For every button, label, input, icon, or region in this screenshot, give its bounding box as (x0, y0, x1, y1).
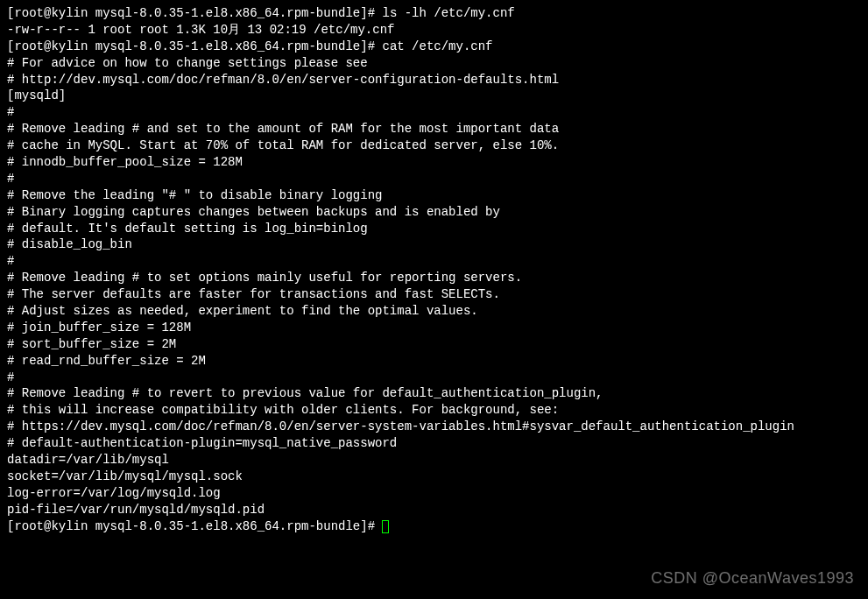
file-line: [mysqld] (7, 88, 861, 104)
file-line: # For advice on how to change settings p… (7, 55, 861, 72)
prompt-line-3[interactable]: [root@kylin mysql-8.0.35-1.el8.x86_64.rp… (7, 518, 861, 535)
prompt-line-2: [root@kylin mysql-8.0.35-1.el8.x86_64.rp… (7, 39, 861, 55)
file-line: # disable_log_bin (7, 236, 861, 253)
terminal-output[interactable]: [root@kylin mysql-8.0.35-1.el8.x86_64.rp… (7, 5, 861, 535)
file-line: # (7, 104, 861, 121)
file-line: pid-file=/var/run/mysqld/mysqld.pid (7, 502, 861, 518)
file-line: # Remove leading # to set options mainly… (7, 270, 861, 286)
file-line: # Adjust sizes as needed, experiment to … (7, 303, 861, 320)
command-ls: ls -lh /etc/my.cnf (382, 6, 514, 20)
file-line: log-error=/var/log/mysqld.log (7, 485, 861, 502)
file-line: # this will increase compatibility with … (7, 402, 861, 419)
file-line: # (7, 171, 861, 187)
file-line: # join_buffer_size = 128M (7, 320, 861, 336)
command-cat: cat /etc/my.cnf (382, 39, 492, 53)
shell-prompt: [root@kylin mysql-8.0.35-1.el8.x86_64.rp… (7, 6, 382, 20)
file-line: # default. It's default setting is log_b… (7, 221, 861, 237)
file-line: # (7, 370, 861, 386)
file-line: # Remove leading # and set to the amount… (7, 121, 861, 137)
file-line: # http://dev.mysql.com/doc/refman/8.0/en… (7, 72, 861, 88)
file-line: # default-authentication-plugin=mysql_na… (7, 435, 861, 452)
prompt-line-1: [root@kylin mysql-8.0.35-1.el8.x86_64.rp… (7, 5, 861, 22)
terminal-cursor (382, 520, 389, 533)
file-line: # sort_buffer_size = 2M (7, 336, 861, 353)
file-line: # innodb_buffer_pool_size = 128M (7, 154, 861, 171)
shell-prompt: [root@kylin mysql-8.0.35-1.el8.x86_64.rp… (7, 39, 382, 53)
file-line: # Remove leading # to revert to previous… (7, 385, 861, 402)
file-line: # (7, 253, 861, 270)
file-line: # Remove the leading "# " to disable bin… (7, 187, 861, 204)
file-line: # cache in MySQL. Start at 70% of total … (7, 137, 861, 154)
watermark-text: CSDN @OceanWaves1993 (651, 567, 854, 588)
file-line: # Binary logging captures changes betwee… (7, 204, 861, 221)
file-line: # read_rnd_buffer_size = 2M (7, 353, 861, 370)
ls-output: -rw-r--r-- 1 root root 1.3K 10月 13 02:19… (7, 22, 861, 39)
file-line: socket=/var/lib/mysql/mysql.sock (7, 469, 861, 485)
file-line: # The server defaults are faster for tra… (7, 286, 861, 303)
file-line: # https://dev.mysql.com/doc/refman/8.0/e… (7, 419, 861, 435)
file-line: datadir=/var/lib/mysql (7, 452, 861, 469)
shell-prompt: [root@kylin mysql-8.0.35-1.el8.x86_64.rp… (7, 519, 382, 533)
